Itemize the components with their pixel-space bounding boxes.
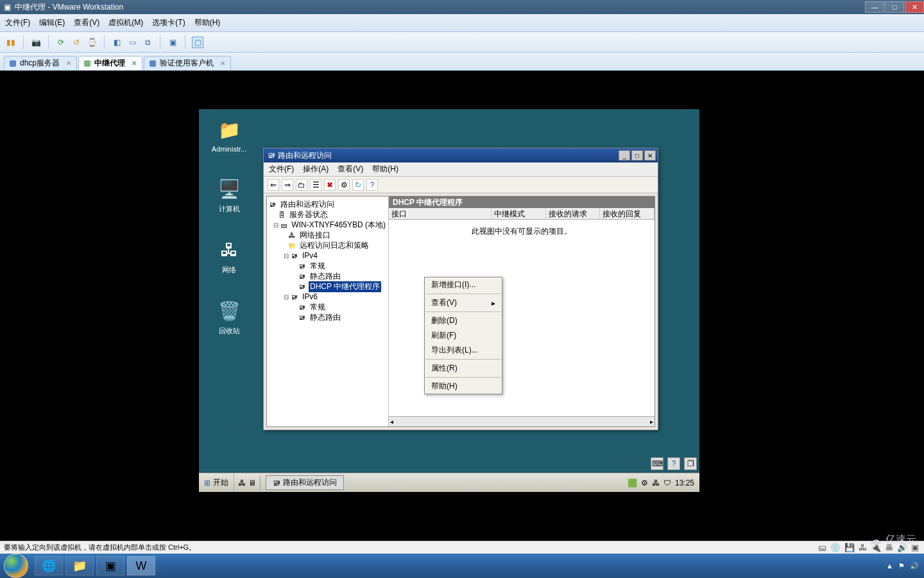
- vm-viewport[interactable]: 📁Administr... 🖥️计算机 🖧网络 🗑️回收站 🖳 路由和远程访问 …: [0, 71, 924, 532]
- revert-icon[interactable]: ↺: [71, 37, 82, 48]
- ctx-properties[interactable]: 属性(R): [425, 361, 502, 376]
- snapshot-icon[interactable]: 📷: [30, 37, 42, 48]
- menu-view[interactable]: 查看(V): [338, 164, 363, 175]
- tray-clock[interactable]: 13:25: [675, 478, 694, 487]
- menu-file[interactable]: 文件(F): [269, 164, 294, 175]
- rras-titlebar[interactable]: 🖳 路由和远程访问 _ □ ✕: [264, 148, 658, 162]
- menu-help[interactable]: 帮助(H): [372, 164, 398, 175]
- rras-tree[interactable]: 🖳路由和远程访问 🗄服务器状态 ⊟🖴WIN-XTNYF465YBD (本地) 🖧…: [267, 197, 389, 426]
- ctx-view[interactable]: 查看(V)▸: [425, 295, 502, 310]
- tree-ipv4-dhcp-relay[interactable]: DHCP 中继代理程序: [309, 281, 381, 292]
- tree-server-status[interactable]: 服务器状态: [288, 209, 329, 220]
- node-icon: 🖳: [290, 251, 299, 260]
- tray-icon[interactable]: 🟩: [628, 478, 637, 487]
- help-icon[interactable]: ?: [667, 457, 680, 470]
- properties-icon[interactable]: ☰: [310, 179, 321, 191]
- dev-net-icon[interactable]: 🖧: [859, 543, 867, 552]
- tree-ipv4-static[interactable]: 静态路由: [309, 271, 342, 282]
- maximize-button[interactable]: □: [631, 150, 643, 161]
- desktop-icon-computer[interactable]: 🖥️计算机: [216, 176, 242, 214]
- dev-hdd-icon[interactable]: 🖴: [818, 543, 826, 552]
- ctx-export[interactable]: 导出列表(L)...: [425, 343, 502, 358]
- tray-network-icon[interactable]: 🖧: [652, 478, 660, 487]
- guest-desktop[interactable]: 📁Administr... 🖥️计算机 🖧网络 🗑️回收站 🖳 路由和远程访问 …: [199, 109, 699, 492]
- taskbar-word[interactable]: W: [127, 556, 155, 575]
- collapse-icon[interactable]: ⊟: [272, 222, 280, 229]
- screen-left-icon[interactable]: ◧: [111, 37, 123, 48]
- manage-snapshot-icon[interactable]: ⌚: [86, 37, 98, 48]
- tray-shield-icon[interactable]: 🛡: [663, 478, 671, 487]
- tree-ipv6-static[interactable]: 静态路由: [309, 312, 342, 323]
- keyboard-icon[interactable]: ⌨: [651, 457, 663, 470]
- start-orb[interactable]: [4, 554, 28, 578]
- restore-icon[interactable]: ❐: [684, 457, 697, 470]
- menu-view[interactable]: 查看(V): [74, 17, 99, 28]
- menu-help[interactable]: 帮助(H): [194, 17, 221, 28]
- col-interface[interactable]: 接口: [389, 208, 492, 219]
- tree-ipv4-general[interactable]: 常规: [309, 261, 327, 272]
- minimize-button[interactable]: _: [619, 150, 630, 161]
- tab-dhcp-server[interactable]: dhcp服务器 ✕: [4, 56, 77, 70]
- up-icon[interactable]: 🗀: [296, 179, 307, 191]
- taskbar-ie[interactable]: 🌐: [35, 556, 63, 575]
- tray-icon[interactable]: ⚙: [641, 478, 648, 487]
- menu-vm[interactable]: 虚拟机(M): [108, 17, 143, 28]
- col-relay-mode[interactable]: 中继模式: [492, 208, 546, 219]
- minimize-button[interactable]: —: [865, 1, 884, 13]
- back-icon[interactable]: ⇐: [268, 179, 279, 191]
- dev-cd-icon[interactable]: 💿: [830, 543, 841, 552]
- scrollbar-h[interactable]: ◂▸: [389, 416, 654, 426]
- clock-icon[interactable]: ⟳: [55, 37, 67, 48]
- screen-split-icon[interactable]: ▭: [126, 37, 138, 48]
- tree-ipv6[interactable]: IPv6: [301, 292, 319, 301]
- tray-flag-icon[interactable]: ▲: [886, 562, 893, 570]
- maximize-button[interactable]: □: [885, 1, 904, 13]
- tree-net-if[interactable]: 网络接口: [298, 230, 332, 241]
- tray-flag-icon[interactable]: ⚑: [898, 562, 905, 570]
- help-icon[interactable]: ?: [366, 179, 378, 191]
- tray-volume-icon[interactable]: 🔊: [910, 562, 919, 570]
- menu-tabs[interactable]: 选项卡(T): [152, 17, 185, 28]
- quick-launch-icon[interactable]: 🖧: [238, 478, 246, 487]
- taskbar-explorer[interactable]: 📁: [65, 556, 94, 575]
- power-pause-icon[interactable]: ▮▮: [5, 37, 17, 48]
- ctx-refresh[interactable]: 刷新(F): [425, 328, 502, 343]
- ctx-help[interactable]: 帮助(H): [425, 379, 502, 394]
- desktop-icon-network[interactable]: 🖧网络: [216, 237, 242, 275]
- multi-monitor-icon[interactable]: ▣: [167, 37, 178, 48]
- tab-close-icon[interactable]: ✕: [66, 60, 71, 67]
- forward-icon[interactable]: ⇒: [282, 179, 293, 191]
- collapse-icon[interactable]: ⊟: [282, 293, 290, 301]
- tree-remote-log[interactable]: 远程访问日志和策略: [298, 240, 370, 251]
- col-replies[interactable]: 接收的回复: [600, 208, 654, 219]
- tree-ipv4[interactable]: IPv4: [301, 251, 319, 260]
- tab-close-icon[interactable]: ✕: [220, 60, 225, 67]
- menu-action[interactable]: 操作(A): [303, 164, 329, 175]
- ctx-new-interface[interactable]: 新增接口(I)...: [425, 277, 502, 292]
- taskbar-vmware[interactable]: ▣: [96, 556, 124, 575]
- fullscreen-icon[interactable]: ▢: [192, 37, 203, 48]
- menu-file[interactable]: 文件(F): [5, 17, 30, 28]
- col-requests[interactable]: 接收的请求: [546, 208, 601, 219]
- desktop-icon-recycle[interactable]: 🗑️回收站: [216, 298, 242, 336]
- tab-close-icon[interactable]: ✕: [132, 60, 137, 67]
- desktop-icon-administrator[interactable]: 📁Administr...: [212, 117, 246, 153]
- collapse-icon[interactable]: ⊟: [282, 252, 290, 259]
- refresh-icon[interactable]: ⚙: [338, 179, 350, 191]
- dev-floppy-icon[interactable]: 💾: [844, 543, 855, 552]
- tab-verify-client[interactable]: 验证使用客户机 ✕: [144, 56, 231, 70]
- delete-icon[interactable]: ✖: [324, 179, 336, 191]
- screen-unity-icon[interactable]: ⧉: [142, 37, 153, 48]
- start-button[interactable]: ⊞ 开始: [199, 473, 234, 492]
- menu-edit[interactable]: 编辑(E): [39, 17, 65, 28]
- refresh2-icon[interactable]: ↻: [352, 179, 364, 191]
- taskbar-task-rras[interactable]: 🖳 路由和远程访问: [266, 475, 344, 490]
- ctx-delete[interactable]: 删除(D): [425, 313, 502, 328]
- close-button[interactable]: ✕: [905, 1, 924, 13]
- tree-server[interactable]: WIN-XTNYF465YBD (本地): [290, 220, 387, 231]
- quick-launch-icon[interactable]: 🖥: [248, 478, 256, 487]
- tree-root[interactable]: 路由和远程访问: [279, 199, 336, 210]
- close-button[interactable]: ✕: [644, 150, 656, 161]
- tree-ipv6-general[interactable]: 常规: [309, 302, 327, 313]
- tab-relay-agent[interactable]: 中继代理 ✕: [78, 56, 142, 70]
